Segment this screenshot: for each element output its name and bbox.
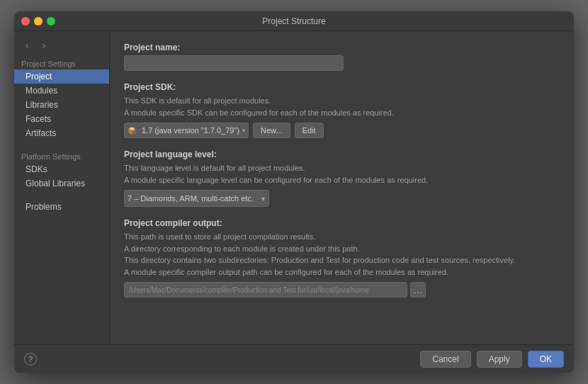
close-button[interactable] (21, 17, 30, 26)
sdk-row: 📦 1.7 (java version "1.7.0_79") ▾ New...… (124, 123, 560, 138)
sidebar-item-project[interactable]: Project (14, 69, 109, 84)
window-title: Project Structure (262, 16, 325, 26)
nav-back-button[interactable]: ‹ (20, 40, 34, 51)
project-name-group: Project name: (124, 43, 560, 71)
platform-settings-section-label: Platform Settings (14, 149, 109, 162)
title-bar: Project Structure (14, 11, 574, 31)
cancel-button[interactable]: Cancel (420, 351, 470, 368)
sidebar-item-facets[interactable]: Facets (14, 112, 109, 126)
project-compiler-output-desc: This path is used to store all project c… (124, 231, 560, 278)
project-language-level-label: Project language level: (124, 149, 560, 159)
project-structure-window: Project Structure ‹ › Project Settings P… (14, 11, 574, 373)
project-settings-section-label: Project Settings (14, 57, 109, 69)
bottom-bar: ? Cancel Apply OK (14, 344, 574, 373)
help-button[interactable]: ? (24, 353, 37, 366)
language-level-select[interactable]: 7 – Diamonds, ARM, multi-catch etc. (124, 190, 269, 207)
nav-forward-button[interactable]: › (37, 40, 51, 51)
bottom-buttons: Cancel Apply OK (420, 351, 564, 368)
sidebar-item-problems[interactable]: Problems (14, 200, 109, 214)
sdk-edit-button[interactable]: Edit (295, 123, 324, 138)
project-sdk-label: Project SDK: (124, 82, 560, 92)
sidebar-divider (14, 145, 109, 145)
output-path-row: /Users/Mac/Documents/compiler/Production… (124, 282, 560, 298)
minimize-button[interactable] (34, 17, 43, 26)
ok-button[interactable]: OK (528, 351, 564, 368)
maximize-button[interactable] (47, 17, 55, 26)
sidebar: ‹ › Project Settings Project Modules Lib… (14, 31, 110, 344)
sidebar-nav: ‹ › (14, 37, 109, 57)
main-panel: Project name: Project SDK: This SDK is d… (110, 31, 574, 344)
project-name-input[interactable] (124, 55, 344, 71)
sidebar-item-artifacts[interactable]: Artifacts (14, 126, 109, 140)
sidebar-item-sdks[interactable]: SDKs (14, 162, 109, 176)
sidebar-item-libraries[interactable]: Libraries (14, 98, 109, 112)
project-sdk-group: Project SDK: This SDK is default for all… (124, 82, 560, 138)
compiler-output-browse-button[interactable]: … (410, 282, 426, 298)
sdk-new-button[interactable]: New... (253, 123, 290, 138)
sidebar-item-modules[interactable]: Modules (14, 84, 109, 98)
sidebar-item-global-libraries[interactable]: Global Libraries (14, 176, 109, 191)
project-language-level-desc: This language level is default for all p… (124, 162, 560, 186)
language-level-select-wrapper[interactable]: 7 – Diamonds, ARM, multi-catch etc. (124, 190, 269, 207)
compiler-output-path-input[interactable]: /Users/Mac/Documents/compiler/Production… (124, 282, 407, 298)
project-language-level-group: Project language level: This language le… (124, 149, 560, 207)
content-area: ‹ › Project Settings Project Modules Lib… (14, 31, 574, 344)
project-compiler-output-label: Project compiler output: (124, 218, 560, 228)
sidebar-divider-2 (14, 195, 109, 196)
sdk-dropdown-arrow: ▾ (242, 128, 245, 134)
project-compiler-output-group: Project compiler output: This path is us… (124, 218, 560, 298)
project-name-label: Project name: (124, 43, 560, 52)
project-sdk-desc1: This SDK is default for all project modu… (124, 95, 560, 118)
window-controls (21, 17, 55, 26)
sdk-select-dropdown[interactable]: 📦 1.7 (java version "1.7.0_79") ▾ (124, 123, 249, 138)
apply-button[interactable]: Apply (477, 351, 522, 368)
